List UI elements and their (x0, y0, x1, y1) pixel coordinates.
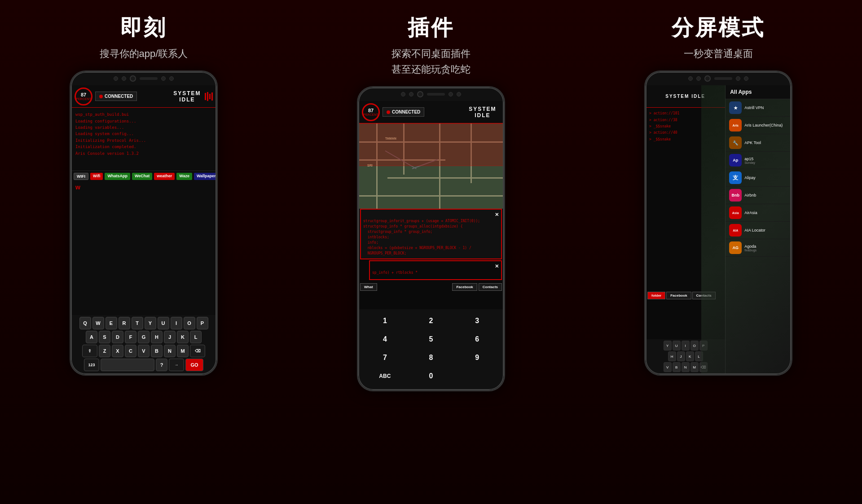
keyboard-row-1: Q W E R T Y U I O P (73, 317, 215, 329)
app-item-astrill[interactable]: ★ Astrill VPN (726, 99, 791, 117)
p3-shortcut-folder[interactable]: folder (647, 292, 665, 299)
numpad-2[interactable]: 2 (415, 313, 447, 329)
key-shift[interactable]: ⇧ (82, 345, 97, 357)
key-z[interactable]: Z (99, 345, 110, 357)
numpad-6[interactable]: 6 (462, 331, 493, 347)
app-item-alipay[interactable]: 支 Alipay (726, 169, 791, 187)
key-b[interactable]: B (151, 345, 163, 357)
key-h[interactable]: H (151, 331, 163, 343)
key-go[interactable]: GO (185, 359, 203, 371)
p3-key-o[interactable]: O (690, 341, 699, 351)
p3-shortcut-facebook[interactable]: Facebook (666, 292, 691, 299)
p2-dialog-1-close[interactable]: ✕ (495, 212, 499, 218)
p2-dialog-2-close[interactable]: ✕ (495, 263, 499, 269)
key-f[interactable]: F (125, 331, 136, 343)
app-list-scroll: ★ Astrill VPN Aris Aris Launcher(China) (726, 99, 791, 315)
key-y[interactable]: Y (145, 317, 156, 329)
numpad-1[interactable]: 1 (369, 313, 400, 329)
p1-system-idle: SYSTEM IDLE (172, 90, 202, 103)
p3-camera-dot-3 (736, 76, 740, 81)
p3-key-h[interactable]: H (668, 351, 676, 361)
app-item-airbnb[interactable]: Bnb Airbnb (726, 187, 791, 204)
p1-connected-badge: CONNECTED (95, 92, 137, 101)
key-k[interactable]: K (177, 331, 189, 343)
p1-keyboard: Q W E R T Y U I O P A S D (71, 315, 216, 374)
p1-console: wsp_stp_auth_build.bui Loading configura… (71, 108, 216, 171)
numpad-5[interactable]: 5 (415, 331, 447, 347)
key-n[interactable]: N (164, 345, 176, 357)
app-sub-ap15: Sunday (744, 161, 755, 164)
key-l[interactable]: L (190, 331, 202, 343)
tag-wechat[interactable]: WeChat (132, 173, 152, 180)
p2-map: TAMAN SRI (358, 123, 504, 209)
app-item-aia[interactable]: AIA AIA Locator (726, 222, 791, 239)
console-line-7: Aris Console version 1.3.2 (75, 150, 212, 157)
p3-key-v[interactable]: V (664, 362, 672, 372)
key-a[interactable]: A (86, 331, 97, 343)
p3-key-k[interactable]: K (686, 351, 694, 361)
phone-frame-3: SYSTEM IDLE > action://101 > action://38… (644, 70, 792, 376)
p3-key-i[interactable]: I (682, 341, 690, 351)
keyboard-row-2: A S D F G H J K L (73, 331, 215, 343)
app-item-agoda[interactable]: AG Agoda fix&bugs (726, 239, 791, 257)
key-space[interactable] (101, 359, 154, 371)
phone-speaker-1 (140, 77, 158, 80)
shortcut-contacts[interactable]: Contacts (479, 283, 502, 291)
numpad-abc[interactable]: ABC (369, 368, 400, 384)
key-backspace[interactable]: ⌫ (190, 345, 205, 357)
key-p[interactable]: P (197, 317, 208, 329)
app-item-airasia[interactable]: Asia AirAsia (726, 204, 791, 222)
key-123[interactable]: 123 (84, 359, 99, 371)
phone-top-bar-2 (358, 88, 504, 101)
key-e[interactable]: E (106, 317, 117, 329)
numpad-8[interactable]: 8 (415, 350, 447, 365)
key-s[interactable]: S (99, 331, 110, 343)
shortcut-facebook[interactable]: Facebook (452, 283, 477, 291)
key-m[interactable]: M (177, 345, 189, 357)
key-c[interactable]: C (125, 345, 136, 357)
key-x[interactable]: X (112, 345, 123, 357)
p3-key-m[interactable]: M (690, 362, 699, 372)
app-name-aris: Aris Launcher(China) (744, 123, 783, 127)
tag-waze[interactable]: Waze (176, 173, 192, 180)
key-v[interactable]: V (138, 345, 150, 357)
key-arrow[interactable]: → (169, 359, 184, 371)
p3-key-b[interactable]: B (673, 362, 681, 372)
tag-wifi-outline[interactable]: WIFI (74, 173, 88, 180)
console-line-5: Initializing Protocol Aris... (75, 137, 212, 144)
panel-1: 即刻 搜寻你的app/联系人 87 PERCENT (0, 0, 287, 504)
p3-key-y[interactable]: Y (664, 341, 672, 351)
key-o[interactable]: O (184, 317, 195, 329)
app-info-aris: Aris Launcher(China) (744, 123, 783, 127)
key-i[interactable]: I (171, 317, 182, 329)
key-t[interactable]: T (132, 317, 143, 329)
numpad-0[interactable]: 0 (415, 368, 447, 384)
numpad-3[interactable]: 3 (462, 313, 493, 329)
phone-screen-2: 87 PERCENT CONNECTED SYSTEM IDLE (358, 101, 504, 390)
key-question[interactable]: ? (156, 359, 167, 371)
tag-wifi-red[interactable]: Wifi (90, 173, 103, 180)
p3-key-j[interactable]: J (677, 351, 685, 361)
shortcut-what[interactable]: What (360, 283, 377, 291)
tag-whatsapp[interactable]: WhatsApp (105, 173, 130, 180)
app-name-airasia: AirAsia (744, 210, 757, 215)
tag-wallpapers[interactable]: Wallpapers (194, 173, 216, 180)
key-d[interactable]: D (112, 331, 123, 343)
app-item-apktool[interactable]: 🔧 APK Tool (726, 134, 791, 152)
p3-key-u[interactable]: U (673, 341, 681, 351)
key-u[interactable]: U (158, 317, 169, 329)
app-item-aris[interactable]: Aris Aris Launcher(China) (726, 117, 791, 134)
key-g[interactable]: G (138, 331, 150, 343)
key-r[interactable]: R (119, 317, 130, 329)
tag-weather[interactable]: weather (154, 173, 175, 180)
key-q[interactable]: Q (79, 317, 91, 329)
key-j[interactable]: J (164, 331, 176, 343)
p3-key-n[interactable]: N (682, 362, 690, 372)
numpad-9[interactable]: 9 (462, 350, 493, 365)
p2-camera-dot-3 (449, 92, 453, 96)
app-item-ap15[interactable]: Ap ap15 Sunday (726, 152, 791, 169)
panels-container: 即刻 搜寻你的app/联系人 87 PERCENT (0, 0, 862, 504)
numpad-4[interactable]: 4 (369, 331, 400, 347)
key-w[interactable]: W (92, 317, 104, 329)
numpad-7[interactable]: 7 (369, 350, 400, 365)
